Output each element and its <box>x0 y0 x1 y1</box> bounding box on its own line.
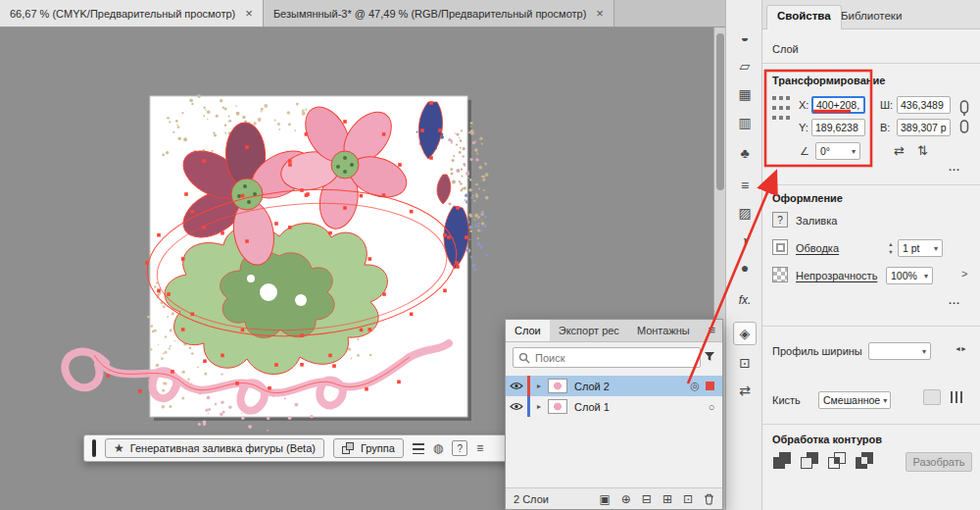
appearance-fx-panel-icon[interactable]: fx. <box>733 288 757 312</box>
export-panel-icon[interactable]: ⊡ <box>733 351 757 375</box>
y-input[interactable] <box>811 119 865 136</box>
make-mask-icon[interactable]: ▣ <box>599 493 610 505</box>
document-tab-2[interactable]: Безымянный-3* @ 47,49 % (RGB/Предварител… <box>264 0 614 26</box>
drag-handle[interactable] <box>92 439 96 457</box>
flip-horizontal-icon[interactable]: ⇄ <box>894 144 905 157</box>
layer-thumbnail[interactable] <box>548 399 567 414</box>
reference-point-locator[interactable] <box>772 96 791 124</box>
close-tab-icon[interactable]: × <box>596 7 604 20</box>
illustrator-window: 66,67 % (CMYK/Предварительный просмотр) … <box>0 0 980 510</box>
shapes-panel-icon[interactable]: ▱ <box>733 54 757 77</box>
brush-select[interactable]: Смешанное ▾ <box>818 391 891 409</box>
rotation-value: 0° <box>820 145 830 157</box>
stroke-weight-stepper[interactable]: ▴ ▾ <box>886 240 896 256</box>
brushes-panel-icon[interactable]: ▥ <box>733 111 757 134</box>
opacity-link[interactable]: Непрозрачность <box>796 270 877 281</box>
color-panel-icon[interactable]: ◒ <box>733 26 757 49</box>
opacity-swatch[interactable] <box>772 267 788 282</box>
opacity-value: 100% <box>891 270 917 281</box>
locate-object-icon[interactable]: ⊕ <box>621 493 631 505</box>
pathfinder-exclude-icon[interactable] <box>855 451 876 473</box>
brush-libraries-icon[interactable] <box>951 391 964 403</box>
visibility-eye-icon[interactable] <box>506 382 527 390</box>
visibility-eye-icon[interactable] <box>506 402 527 411</box>
pathfinder-intersect-icon[interactable] <box>827 451 849 473</box>
expand-button[interactable]: Разобрать <box>906 452 972 472</box>
generative-fill-label: Генеративная заливка фигуры (Beta) <box>130 442 316 454</box>
scrollbar-thumb[interactable] <box>716 33 724 190</box>
stroke-link[interactable]: Обводка <box>796 242 839 254</box>
context-menu-icon[interactable]: ≡ <box>476 442 483 454</box>
layer-name[interactable]: Слой 2 <box>574 381 684 392</box>
document-tabbar: 66,67 % (CMYK/Предварительный просмотр) … <box>0 0 725 27</box>
tab-layers[interactable]: Слои <box>506 320 550 341</box>
delete-layer-icon[interactable] <box>704 493 714 505</box>
stroke-panel-icon[interactable]: ≡ <box>733 174 757 197</box>
search-input[interactable] <box>535 352 695 364</box>
filter-icon[interactable] <box>704 351 715 362</box>
layers-search-box[interactable] <box>513 347 701 368</box>
target-circle-icon[interactable]: ○ <box>701 401 722 413</box>
transform-title: Трансформирование <box>772 75 885 86</box>
chevron-down-icon: ▾ <box>883 396 887 405</box>
tab-asset-export[interactable]: Экспорт рес <box>550 320 628 341</box>
layer-row-2[interactable]: ▸ Слой 2 ◎ <box>506 376 722 396</box>
height-input[interactable] <box>897 119 951 136</box>
properties-panel: Свойства Библиотеки Слой Трансформирован… <box>762 0 980 510</box>
target-circle-icon[interactable]: ◎ <box>684 380 706 392</box>
group-label: Группа <box>361 442 395 454</box>
rotation-select[interactable]: 0° ▾ <box>815 142 860 160</box>
selection-indicator[interactable] <box>706 382 714 390</box>
fill-swatch[interactable]: ? <box>772 212 788 228</box>
transparency-panel-icon[interactable]: ◑ <box>733 229 757 252</box>
width-input[interactable] <box>897 96 951 114</box>
libraries-panel-icon[interactable]: ⇄ <box>733 379 757 402</box>
close-tab-icon[interactable]: × <box>245 7 253 20</box>
globe-icon[interactable]: ◍ <box>433 442 443 454</box>
panel-menu-icon[interactable]: ≡ <box>701 320 722 341</box>
new-layer-icon[interactable]: ⊡ <box>683 493 693 505</box>
brush-options-button[interactable] <box>923 389 941 405</box>
layer-thumbnail[interactable] <box>548 379 567 393</box>
expand-arrow-icon[interactable]: ▸ <box>530 382 548 390</box>
layers-panel: Слои Экспорт рес Монтажны ≡ ▸ Слой 2 ◎ <box>505 319 723 510</box>
stroke-weight-select[interactable]: 1 pt ▾ <box>898 239 943 257</box>
context-taskbar: ★ Генеративная заливка фигуры (Beta) Гру… <box>83 434 513 462</box>
layers-panel-icon[interactable]: ◈ <box>733 322 757 345</box>
group-button[interactable]: Группа <box>333 438 404 458</box>
gradient-panel-icon[interactable]: ▨ <box>733 201 757 225</box>
appearance-more-options[interactable]: ... <box>949 294 960 306</box>
tab-artboards[interactable]: Монтажны <box>628 320 699 341</box>
layers-footer: 2 Слои ▣ ⊕ ⊟ ⊞ ⊡ <box>506 487 722 509</box>
chevron-down-icon: ▾ <box>852 147 856 156</box>
flip-vertical-icon[interactable]: ⇅ <box>917 144 928 157</box>
tab-libraries[interactable]: Библиотеки <box>831 6 911 26</box>
x-label: X: <box>799 99 808 111</box>
new-group-icon[interactable]: ⊞ <box>662 493 672 505</box>
symbols-panel-icon[interactable]: ♣ <box>733 141 757 165</box>
align-icon[interactable] <box>413 443 424 454</box>
x-input[interactable] <box>811 96 865 114</box>
layer-row-1[interactable]: ▸ Слой 1 ○ <box>506 396 722 417</box>
y-label: Y: <box>799 122 808 133</box>
pathfinder-unite-icon[interactable] <box>772 451 794 473</box>
help-icon[interactable]: ? <box>452 440 467 456</box>
expand-arrow-icon[interactable]: ▸ <box>530 402 548 411</box>
width-profile-select[interactable]: ▾ <box>868 342 931 360</box>
fill-label: Заливка <box>796 215 837 227</box>
appearance-title: Оформление <box>772 192 843 204</box>
transform-more-options[interactable]: ... <box>949 161 960 173</box>
swatches-panel-icon[interactable]: ▦ <box>733 82 757 106</box>
opacity-flyout-icon[interactable]: > <box>961 269 967 280</box>
layer-name[interactable]: Слой 1 <box>574 401 701 413</box>
color-guide-panel-icon[interactable]: ● <box>733 256 757 280</box>
width-profile-icon[interactable]: ◄► <box>955 345 966 352</box>
stroke-swatch[interactable] <box>772 239 788 255</box>
pathfinder-minus-front-icon[interactable] <box>800 451 821 473</box>
generative-fill-button[interactable]: ★ Генеративная заливка фигуры (Beta) <box>105 438 324 458</box>
opacity-select[interactable]: 100% ▾ <box>886 267 933 284</box>
selection-type-label: Слой <box>772 43 799 55</box>
constrain-proportions-icon[interactable] <box>957 98 971 135</box>
document-tab-1[interactable]: 66,67 % (CMYK/Предварительный просмотр) … <box>0 0 264 26</box>
new-sublayer-icon[interactable]: ⊟ <box>642 493 652 505</box>
